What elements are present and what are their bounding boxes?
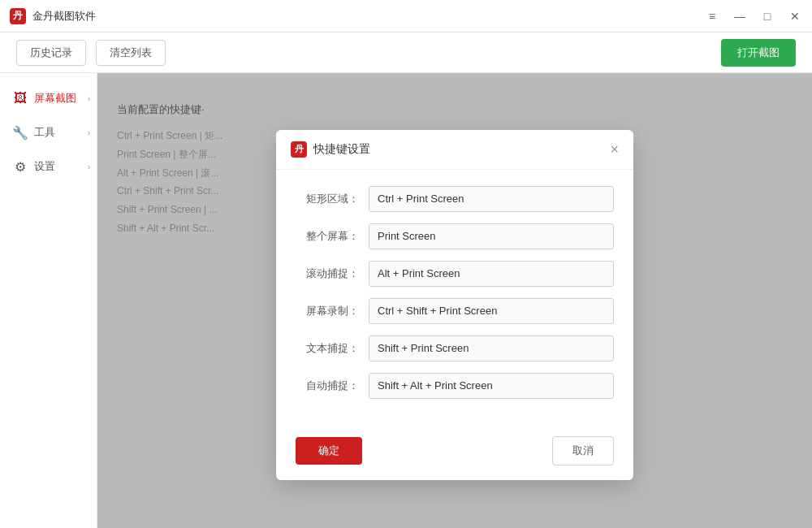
minimize-button[interactable]: — bbox=[732, 9, 747, 24]
tools-icon: 🔧 bbox=[13, 125, 28, 140]
app-icon: 丹 bbox=[10, 8, 26, 24]
shortcut-input-record[interactable] bbox=[369, 298, 614, 324]
main-layout: 🖼 屏幕截图 › 🔧 工具 › ⚙ 设置 › 当前配置的快捷键· Ctrl + … bbox=[0, 73, 812, 528]
shortcut-input-fullscreen[interactable] bbox=[369, 223, 614, 249]
dialog-header: 丹 快捷键设置 × bbox=[276, 130, 633, 170]
sidebar-item-settings[interactable]: ⚙ 设置 › bbox=[0, 149, 97, 184]
chevron-right-icon: › bbox=[88, 94, 90, 103]
sidebar-label-settings: 设置 bbox=[34, 159, 55, 174]
form-label-5: 自动捕捉： bbox=[296, 379, 369, 393]
toolbar: 历史记录 清空列表 打开截图 bbox=[0, 32, 812, 73]
form-label-4: 文本捕捉： bbox=[296, 341, 369, 356]
app-title: 金丹截图软件 bbox=[32, 9, 96, 24]
maximize-button[interactable]: □ bbox=[760, 9, 775, 24]
dialog-header-left: 丹 快捷键设置 bbox=[291, 141, 370, 158]
form-row-4: 文本捕捉： bbox=[296, 335, 614, 361]
form-row-5: 自动捕捉： bbox=[296, 373, 614, 399]
dialog-body: 矩形区域： 整个屏幕： 滚动捕捉： 屏幕录制： bbox=[276, 170, 633, 426]
form-row-1: 整个屏幕： bbox=[296, 223, 614, 249]
shortcut-input-rectangular[interactable] bbox=[369, 186, 614, 212]
sidebar-item-screenshot[interactable]: 🖼 屏幕截图 › bbox=[0, 81, 97, 115]
menu-icon[interactable]: ≡ bbox=[705, 9, 719, 24]
form-label-0: 矩形区域： bbox=[296, 192, 369, 206]
open-screenshot-button[interactable]: 打开截图 bbox=[721, 39, 796, 67]
shortcut-input-auto[interactable] bbox=[369, 373, 614, 399]
title-bar-controls: ≡ — □ ✕ bbox=[705, 9, 802, 24]
dialog-app-icon: 丹 bbox=[291, 141, 307, 158]
form-row-0: 矩形区域： bbox=[296, 186, 614, 212]
form-row-2: 滚动捕捉： bbox=[296, 261, 614, 287]
content-area: 当前配置的快捷键· Ctrl + Print Screen | 矩... Pri… bbox=[97, 73, 812, 528]
form-label-2: 滚动捕捉： bbox=[296, 266, 369, 281]
dialog-title: 快捷键设置 bbox=[313, 142, 370, 157]
sidebar-item-tools[interactable]: 🔧 工具 › bbox=[0, 115, 97, 149]
modal-overlay: 丹 快捷键设置 × 矩形区域： 整个屏幕： bbox=[97, 73, 812, 528]
chevron-right-icon-2: › bbox=[88, 128, 90, 137]
dialog: 丹 快捷键设置 × 矩形区域： 整个屏幕： bbox=[276, 130, 633, 480]
chevron-right-icon-3: › bbox=[88, 162, 90, 171]
cancel-button[interactable]: 取消 bbox=[552, 436, 614, 465]
form-label-3: 屏幕录制： bbox=[296, 304, 369, 318]
form-row-3: 屏幕录制： bbox=[296, 298, 614, 324]
sidebar: 🖼 屏幕截图 › 🔧 工具 › ⚙ 设置 › bbox=[0, 73, 97, 528]
dialog-close-button[interactable]: × bbox=[610, 142, 619, 157]
shortcut-input-text[interactable] bbox=[369, 335, 614, 361]
history-button[interactable]: 历史记录 bbox=[16, 40, 86, 66]
close-button[interactable]: ✕ bbox=[788, 9, 802, 24]
title-bar: 丹 金丹截图软件 ≡ — □ ✕ bbox=[0, 0, 812, 32]
sidebar-label-tools: 工具 bbox=[34, 125, 55, 140]
clear-button[interactable]: 清空列表 bbox=[96, 40, 166, 66]
sidebar-label-screenshot: 屏幕截图 bbox=[34, 91, 76, 106]
shortcut-input-scroll[interactable] bbox=[369, 261, 614, 287]
form-label-1: 整个屏幕： bbox=[296, 229, 369, 244]
title-bar-left: 丹 金丹截图软件 bbox=[10, 8, 96, 24]
dialog-footer: 确定 取消 bbox=[276, 426, 633, 480]
screenshot-icon: 🖼 bbox=[13, 91, 28, 106]
confirm-button[interactable]: 确定 bbox=[296, 437, 362, 465]
settings-icon: ⚙ bbox=[13, 159, 28, 174]
